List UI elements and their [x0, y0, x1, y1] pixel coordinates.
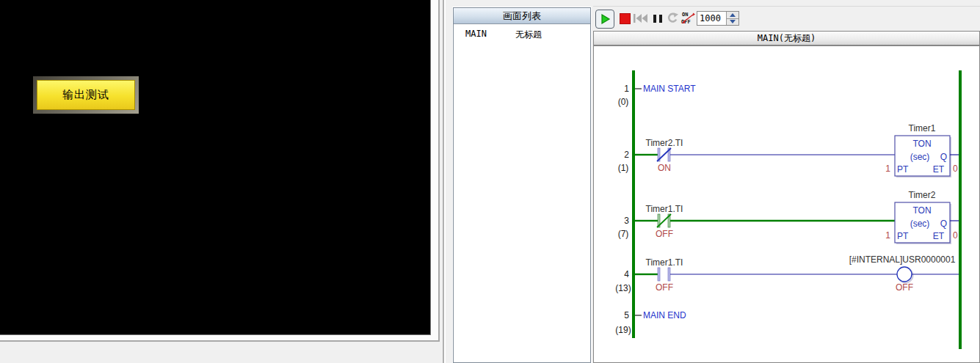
contact-state: OFF	[656, 282, 673, 293]
pt-value: 1	[885, 164, 890, 174]
ladder-title-bar: MAIN(无标题)	[593, 31, 980, 45]
simulator-window: 画面列表 MAIN 无标题	[443, 0, 980, 363]
et-value: 0	[953, 230, 958, 241]
rung-number: 1	[624, 84, 629, 94]
rung-step: (0)	[618, 97, 629, 107]
step-run-button[interactable]	[664, 10, 681, 27]
coil-usr0000001[interactable]: [#INTERNAL]USR0000001 OFF	[849, 254, 956, 293]
coil-label: [#INTERNAL]USR0000001	[849, 254, 956, 265]
block-unit: (sec)	[910, 152, 930, 162]
block-q-label: Q	[940, 219, 947, 229]
block-name: Timer1	[909, 123, 936, 133]
hmi-output-test-button[interactable]: 输出测试	[33, 76, 139, 114]
hmi-button-label: 输出测试	[62, 88, 109, 102]
block-pt-label: PT	[897, 231, 909, 241]
block-et-label: ET	[933, 164, 945, 175]
block-et-label: ET	[933, 231, 945, 241]
pt-value: 1	[885, 230, 890, 241]
contact-label: Timer1.TI	[646, 257, 683, 268]
rung-number: 3	[624, 216, 629, 226]
contact-label: Timer2.TI	[646, 138, 683, 148]
screen-list-body: MAIN 无标题	[454, 24, 590, 362]
screen-list-item-main[interactable]: MAIN 无标题	[454, 24, 590, 41]
hmi-screen: 输出测试	[0, 0, 431, 335]
rung-number: 5	[624, 310, 629, 320]
pause-icon	[653, 15, 662, 23]
ton-block-timer1[interactable]: Timer1 TON (sec) Q PT ET 1 0	[885, 123, 958, 177]
block-pt-label: PT	[897, 164, 909, 175]
spin-up-button[interactable]	[727, 12, 738, 19]
scan-interval-spinner	[697, 11, 739, 26]
right-power-rail	[959, 70, 962, 349]
rung-number: 4	[624, 269, 629, 279]
up-arrow-icon	[730, 13, 736, 17]
screen-name: MAIN	[465, 29, 515, 41]
onoff-toggle-button[interactable]: ON OFF	[680, 10, 697, 27]
contact-state: ON	[658, 163, 671, 173]
coil-state: OFF	[896, 282, 913, 293]
rung-3[interactable]: 3 (7) Timer1.TI OFF Timer2	[618, 190, 959, 244]
scan-interval-input[interactable]	[697, 12, 726, 25]
rung-5[interactable]: 5 (19) MAIN END	[615, 310, 686, 335]
rung-step: (1)	[618, 163, 629, 173]
stop-icon	[620, 13, 631, 24]
stop-button[interactable]	[616, 10, 634, 27]
simulation-toolbar: ON OFF	[593, 8, 980, 30]
spin-down-button[interactable]	[727, 19, 738, 26]
down-arrow-icon	[730, 20, 736, 23]
run-button[interactable]	[595, 10, 614, 29]
left-power-rail	[632, 70, 635, 338]
block-unit: (sec)	[910, 219, 930, 229]
ladder-canvas[interactable]: 1 (0) MAIN START 2 (1) Timer2.TI ON	[593, 45, 980, 363]
rung-step: (13)	[615, 283, 631, 293]
main-end-label: MAIN END	[643, 310, 686, 320]
ladder-pane: ON OFF MAIN(无标题)	[593, 6, 980, 363]
et-value: 0	[953, 164, 958, 174]
rung-1[interactable]: 1 (0) MAIN START	[618, 84, 697, 107]
block-type: TON	[912, 139, 931, 149]
screen-list-header: 画面列表	[454, 8, 590, 24]
reset-button[interactable]	[632, 10, 650, 27]
on-off-icon: ON OFF	[681, 12, 696, 25]
contact-label: Timer1.TI	[646, 204, 683, 214]
rung-4[interactable]: 4 (13) Timer1.TI OFF [#INTERNAL]USR00000…	[615, 254, 959, 293]
hmi-window: 输出测试	[0, 0, 440, 342]
rewind-icon	[634, 14, 648, 23]
rung-number: 2	[624, 150, 629, 160]
rung-step: (7)	[618, 229, 629, 239]
ton-block-timer2[interactable]: Timer2 TON (sec) Q PT ET 1 0	[885, 190, 958, 244]
block-type: TON	[912, 205, 931, 216]
refresh-icon	[666, 12, 679, 25]
screen-list-panel: 画面列表 MAIN 无标题	[453, 7, 591, 363]
contact-state: OFF	[656, 229, 673, 239]
block-name: Timer2	[909, 190, 936, 200]
play-icon	[599, 13, 611, 25]
block-q-label: Q	[940, 152, 947, 162]
rung-step: (19)	[615, 325, 631, 335]
screen-title: 无标题	[515, 29, 542, 41]
rung-2[interactable]: 2 (1) Timer2.TI ON Timer1	[618, 123, 959, 177]
main-start-label: MAIN START	[643, 84, 696, 94]
